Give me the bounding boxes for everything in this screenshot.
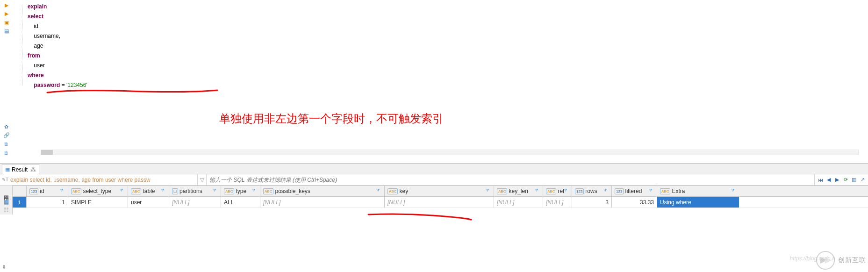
- grid-mode-label: 网格: [0, 186, 12, 198]
- editor-scrollbar[interactable]: [41, 150, 859, 155]
- cell-type[interactable]: ALL: [221, 197, 260, 208]
- gear-icon[interactable]: ✿: [2, 123, 11, 130]
- filter-icon[interactable]: ▽: [197, 174, 207, 185]
- record-nav-icon[interactable]: ⇕: [2, 264, 6, 270]
- filter-icon-col[interactable]: ⧩: [564, 188, 570, 194]
- query-preview[interactable]: ✎T explain select id, username, age from…: [0, 174, 197, 185]
- filter-icon-col[interactable]: ⧩: [731, 188, 738, 194]
- rownum-header[interactable]: [13, 186, 27, 196]
- filter-icon-col[interactable]: ⧩: [535, 188, 541, 194]
- brand-watermark: 创新互联: [816, 251, 866, 270]
- grid-mode-tabs: 网格 ▦ ☷: [0, 186, 13, 215]
- run-step-icon[interactable]: ▶: [2, 11, 11, 18]
- sql-editor[interactable]: explainselect id, username, agefrom user…: [13, 0, 868, 156]
- filter-icon-col[interactable]: ⧩: [252, 188, 258, 194]
- filter-icon-col[interactable]: ⧩: [486, 188, 492, 194]
- col-type[interactable]: ABCtype⧩: [221, 186, 260, 196]
- result-grid-wrap: 网格 ▦ ☷ 123id⧩ ABCselect_type⧩ ABCtable⧩ …: [0, 186, 868, 215]
- cell-Extra[interactable]: Using where: [657, 197, 739, 208]
- sql-icon: ✎T: [2, 177, 8, 182]
- commit-icon[interactable]: ▤: [2, 28, 11, 35]
- cell-partitions[interactable]: [NULL]: [169, 197, 221, 208]
- brand-text: 创新互联: [838, 256, 866, 265]
- filter-icon-col[interactable]: ⧩: [649, 188, 655, 194]
- filter-icon-col[interactable]: ⧩: [60, 188, 66, 194]
- cell-key_len[interactable]: [NULL]: [494, 197, 543, 208]
- col-table[interactable]: ABCtable⧩: [128, 186, 169, 196]
- tab-result[interactable]: ▦ Result ⁂: [2, 164, 39, 174]
- rownum-cell[interactable]: 1: [13, 197, 27, 208]
- doc-new-icon[interactable]: 🗎: [2, 141, 11, 148]
- col-id[interactable]: 123id⧩: [27, 186, 68, 196]
- prev-page-icon[interactable]: ◀: [825, 176, 832, 184]
- explain-icon[interactable]: ▣: [2, 19, 11, 26]
- filter-icon-col[interactable]: ⧩: [213, 188, 219, 194]
- col-rows[interactable]: 123rows⧩: [572, 186, 612, 196]
- cell-ref[interactable]: [NULL]: [543, 197, 572, 208]
- editor-gutter: ▶ ▶ ▣ ▤ ✿ 🔗 🗎 🗎: [0, 0, 13, 156]
- filter-bar: ✎T explain select id, username, age from…: [0, 174, 868, 186]
- col-key[interactable]: ABCkey⧩: [385, 186, 494, 196]
- cell-possible_keys[interactable]: [NULL]: [260, 197, 385, 208]
- grid-header-row: 123id⧩ ABCselect_type⧩ ABCtable⧩ ☐partit…: [13, 186, 868, 197]
- run-icon[interactable]: ▶: [2, 2, 11, 9]
- doc-icon[interactable]: 🗎: [2, 150, 11, 157]
- grid-mode-grid-icon[interactable]: ▦: [0, 198, 12, 206]
- result-grid[interactable]: 123id⧩ ABCselect_type⧩ ABCtable⧩ ☐partit…: [13, 186, 868, 215]
- filter-icon-col[interactable]: ⧩: [161, 188, 167, 194]
- cell-filtered[interactable]: 33.33: [612, 197, 657, 208]
- filter-icon-col[interactable]: ⧩: [376, 188, 383, 194]
- cell-key[interactable]: [NULL]: [385, 197, 494, 208]
- annotation-underline-1: [46, 88, 219, 94]
- annotation-underline-2: [367, 212, 475, 222]
- export-icon[interactable]: ↗: [859, 176, 866, 184]
- scrollbar-thumb[interactable]: [41, 150, 53, 155]
- filter-icon-col[interactable]: ⧩: [603, 188, 610, 194]
- config-icon[interactable]: ▥: [850, 176, 858, 184]
- tab-result-label: Result: [12, 166, 28, 173]
- annotation-text: 单独使用非左边第一个字段时，不可触发索引: [219, 111, 444, 126]
- cell-table[interactable]: user: [128, 197, 169, 208]
- col-select_type[interactable]: ABCselect_type⧩: [68, 186, 128, 196]
- col-filtered[interactable]: 123filtered⧩: [612, 186, 657, 196]
- result-nav: ⏮ ◀ ▶ ⟳ ▥ ↗: [814, 174, 868, 185]
- col-partitions[interactable]: ☐partitions⧩: [169, 186, 221, 196]
- grid-mode-text-icon[interactable]: ☷: [0, 206, 12, 215]
- col-possible_keys[interactable]: ABCpossible_keys⧩: [260, 186, 385, 196]
- table-row[interactable]: 1 1 SIMPLE user [NULL] ALL [NULL] [NULL]…: [13, 197, 868, 208]
- col-ref[interactable]: ABCref⧩: [543, 186, 572, 196]
- query-preview-text: explain select id, username, age from us…: [8, 177, 195, 183]
- cell-id[interactable]: 1: [27, 197, 68, 208]
- grid-icon: ▦: [5, 166, 10, 172]
- col-key_len[interactable]: ABCkey_len⧩: [494, 186, 543, 196]
- link-icon[interactable]: 🔗: [2, 132, 11, 139]
- first-page-icon[interactable]: ⏮: [817, 176, 824, 184]
- cell-rows[interactable]: 3: [572, 197, 612, 208]
- code-text: explainselect id, username, agefrom user…: [13, 0, 868, 90]
- filter-input[interactable]: [207, 174, 814, 185]
- cell-select_type[interactable]: SIMPLE: [68, 197, 128, 208]
- refresh-icon[interactable]: ⟳: [842, 176, 849, 184]
- next-page-icon[interactable]: ▶: [833, 176, 841, 184]
- col-Extra[interactable]: ABCExtra⧩: [657, 186, 739, 196]
- close-icon[interactable]: ⁂: [30, 166, 36, 173]
- filter-icon-col[interactable]: ⧩: [120, 188, 126, 194]
- result-tabbar: ▦ Result ⁂: [0, 163, 868, 174]
